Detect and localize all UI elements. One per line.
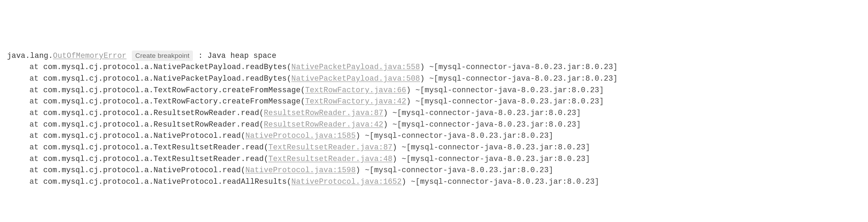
at-keyword: at <box>29 97 43 106</box>
at-keyword: at <box>29 166 43 174</box>
exception-header: java.lang.OutOfMemoryError Create breakp… <box>7 50 861 62</box>
close-paren: ) <box>402 177 406 186</box>
at-keyword: at <box>29 120 43 129</box>
source-file-link[interactable]: TextRowFactory.java:42 <box>305 97 406 106</box>
source-file-link[interactable]: TextRowFactory.java:66 <box>305 86 406 94</box>
method-path: com.mysql.cj.protocol.a.NativeProtocol.r… <box>43 177 291 186</box>
method-path: com.mysql.cj.protocol.a.TextResultsetRea… <box>43 143 268 152</box>
at-keyword: at <box>29 177 43 186</box>
source-file-link[interactable]: TextResultsetReader.java:87 <box>268 143 392 152</box>
stack-frame: at com.mysql.cj.protocol.a.NativeProtoco… <box>7 130 861 142</box>
close-paren: ) <box>420 63 425 71</box>
stack-frame: at com.mysql.cj.protocol.a.TextResultset… <box>7 153 861 165</box>
exception-separator: : <box>194 52 207 60</box>
close-paren: ) <box>406 97 411 106</box>
method-path: com.mysql.cj.protocol.a.NativeProtocol.r… <box>43 132 245 140</box>
jar-info: ~[mysql-connector-java-8.0.23.jar:8.0.23… <box>425 63 618 71</box>
method-path: com.mysql.cj.protocol.a.NativePacketPayl… <box>43 74 291 83</box>
source-file-link[interactable]: NativeProtocol.java:1652 <box>291 177 402 186</box>
stack-frame: at com.mysql.cj.protocol.a.NativePacketP… <box>7 73 861 85</box>
stack-frame: at com.mysql.cj.protocol.a.NativeProtoco… <box>7 164 861 176</box>
at-keyword: at <box>29 143 43 152</box>
at-keyword: at <box>29 155 43 163</box>
method-path: com.mysql.cj.protocol.a.ResultsetRowRead… <box>43 120 264 129</box>
close-paren: ) <box>383 109 388 117</box>
method-path: com.mysql.cj.protocol.a.ResultsetRowRead… <box>43 109 264 117</box>
stack-frame: at com.mysql.cj.protocol.a.TextRowFactor… <box>7 85 861 96</box>
jar-info: ~[mysql-connector-java-8.0.23.jar:8.0.23… <box>411 97 604 106</box>
stack-frame: at com.mysql.cj.protocol.a.TextRowFactor… <box>7 96 861 107</box>
create-breakpoint-button[interactable]: Create breakpoint <box>132 51 193 61</box>
jar-info: ~[mysql-connector-java-8.0.23.jar:8.0.23… <box>397 143 590 152</box>
at-keyword: at <box>29 109 43 117</box>
source-file-link[interactable]: NativePacketPayload.java:558 <box>291 63 420 71</box>
close-paren: ) <box>383 120 388 129</box>
close-paren: ) <box>406 86 411 94</box>
exception-prefix: java.lang. <box>7 52 53 60</box>
jar-info: ~[mysql-connector-java-8.0.23.jar:8.0.23… <box>388 120 581 129</box>
jar-info: ~[mysql-connector-java-8.0.23.jar:8.0.23… <box>360 132 553 140</box>
source-file-link[interactable]: ResultsetRowReader.java:87 <box>264 109 383 117</box>
at-keyword: at <box>29 63 43 71</box>
jar-info: ~[mysql-connector-java-8.0.23.jar:8.0.23… <box>411 86 604 94</box>
jar-info: ~[mysql-connector-java-8.0.23.jar:8.0.23… <box>425 74 618 83</box>
exception-class-link[interactable]: OutOfMemoryError <box>53 52 127 60</box>
at-keyword: at <box>29 74 43 83</box>
stack-frame: at com.mysql.cj.protocol.a.ResultsetRowR… <box>7 107 861 119</box>
close-paren: ) <box>392 155 397 163</box>
stack-frame: at com.mysql.cj.protocol.a.ResultsetRowR… <box>7 119 861 130</box>
source-file-link[interactable]: ResultsetRowReader.java:42 <box>264 120 383 129</box>
method-path: com.mysql.cj.protocol.a.NativeProtocol.r… <box>43 166 245 174</box>
method-path: com.mysql.cj.protocol.a.TextRowFactory.c… <box>43 97 305 106</box>
close-paren: ) <box>420 74 425 83</box>
stack-frame: at com.mysql.cj.protocol.a.TextResultset… <box>7 142 861 153</box>
stack-frame: at com.mysql.cj.protocol.a.NativePacketP… <box>7 61 861 73</box>
jar-info: ~[mysql-connector-java-8.0.23.jar:8.0.23… <box>406 177 599 186</box>
exception-message: Java heap space <box>208 52 277 60</box>
close-paren: ) <box>392 143 397 152</box>
close-paren: ) <box>356 132 360 140</box>
source-file-link[interactable]: TextResultsetReader.java:48 <box>268 155 392 163</box>
at-keyword: at <box>29 132 43 140</box>
method-path: com.mysql.cj.protocol.a.TextRowFactory.c… <box>43 86 305 94</box>
jar-info: ~[mysql-connector-java-8.0.23.jar:8.0.23… <box>360 166 553 174</box>
source-file-link[interactable]: NativeProtocol.java:1598 <box>245 166 356 174</box>
jar-info: ~[mysql-connector-java-8.0.23.jar:8.0.23… <box>397 155 590 163</box>
source-file-link[interactable]: NativePacketPayload.java:508 <box>291 74 420 83</box>
source-file-link[interactable]: NativeProtocol.java:1585 <box>245 132 356 140</box>
close-paren: ) <box>356 166 360 174</box>
method-path: com.mysql.cj.protocol.a.TextResultsetRea… <box>43 155 268 163</box>
stack-frame: at com.mysql.cj.protocol.a.NativeProtoco… <box>7 176 861 188</box>
at-keyword: at <box>29 86 43 94</box>
method-path: com.mysql.cj.protocol.a.NativePacketPayl… <box>43 63 291 71</box>
jar-info: ~[mysql-connector-java-8.0.23.jar:8.0.23… <box>388 109 581 117</box>
